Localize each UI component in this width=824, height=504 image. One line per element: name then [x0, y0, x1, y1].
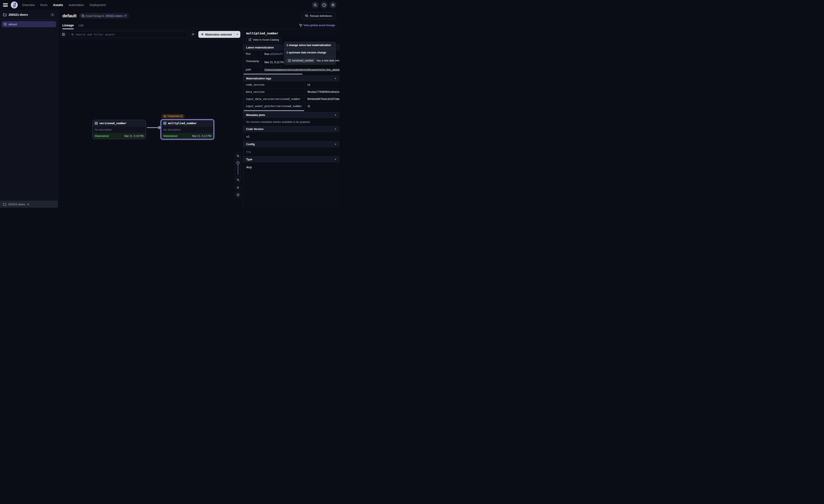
asset-search[interactable]: [69, 31, 188, 38]
section-type[interactable]: Type ▼: [243, 156, 339, 162]
zoom-slider-handle[interactable]: [236, 161, 240, 165]
graph-zoom-controls: ⚙: [235, 152, 241, 198]
horizontal-scrollbar[interactable]: [243, 110, 339, 111]
tab-bar: Lineage List View global asset lineage: [58, 22, 339, 29]
tag-key: code_version: [243, 81, 305, 89]
asset-group-breadcrumb[interactable]: Asset Group in 250321-dvers ⟳: [79, 13, 129, 19]
breadcrumb-group-link[interactable]: 250321-dvers: [106, 14, 123, 17]
tab-lineage[interactable]: Lineage: [62, 22, 74, 29]
asset-node-status: Materialized: [95, 135, 109, 138]
table-icon: [95, 122, 98, 125]
search-icon: [71, 33, 74, 36]
section-code-version[interactable]: Code Version ▼: [243, 126, 339, 132]
changes-popup: 1 change since last materialization 1 up…: [284, 41, 336, 65]
dagster-logo-icon[interactable]: [11, 2, 18, 8]
asset-node-description: No description: [161, 126, 213, 133]
nav-item-runs[interactable]: Runs: [40, 3, 47, 7]
sidebar-item-default[interactable]: default: [2, 21, 56, 27]
zoom-in-icon[interactable]: [235, 153, 240, 159]
sidebar-group-250321-dvers[interactable]: 250321-dvers 1: [0, 10, 58, 20]
page-header: default Asset Group in 250321-dvers ⟳ ↺ …: [58, 10, 339, 22]
view-in-asset-catalog-label: View in Asset Catalog: [253, 38, 279, 41]
svg-text:?: ?: [323, 4, 324, 6]
run-label: Run: [243, 50, 262, 58]
asset-node-status: Materialized: [164, 135, 178, 138]
unsynced-badge-label: Unsynced (1): [167, 115, 183, 118]
asset-chip-versioned-number[interactable]: versioned_number: [287, 58, 315, 63]
folder-icon: [3, 203, 6, 206]
section-title: Metadata plots: [246, 114, 334, 117]
unsynced-badge[interactable]: Unsynced (1): [161, 114, 185, 118]
tag-key: data_version: [243, 89, 305, 96]
materialize-selected-button[interactable]: Materialize selected ▼: [198, 31, 240, 38]
materialize-selected-label: Materialize selected: [205, 33, 232, 36]
section-title: Materialization tags: [246, 77, 334, 80]
asset-node-multiplied-number[interactable]: multiplied_number No description Materia…: [161, 119, 214, 139]
nav-item-deployment[interactable]: Deployment: [90, 3, 106, 7]
lineage-graph-icon: [299, 24, 302, 27]
section-materialization-tags[interactable]: Materialization tags ▼: [243, 76, 339, 81]
tag-value: v1: [305, 81, 339, 89]
materialize-bolt-icon: [201, 33, 204, 36]
tab-list[interactable]: List: [79, 22, 83, 29]
popup-chip-suffix: has a new data version: [316, 59, 339, 62]
sidebar: 250321-dvers 1 default 250321-dvers ⟳: [0, 10, 58, 208]
help-icon[interactable]: ?: [321, 2, 328, 8]
lineage-graph[interactable]: ⟳ Materialize selected ▼: [58, 29, 243, 208]
chevron-down-icon[interactable]: ▼: [334, 158, 336, 160]
download-graph-icon[interactable]: [235, 192, 241, 198]
zoom-slider[interactable]: [235, 159, 240, 176]
menu-icon[interactable]: [3, 3, 8, 7]
refresh-icon[interactable]: ⟳: [27, 203, 30, 206]
section-title: Config: [246, 143, 334, 146]
materialize-dropdown-caret[interactable]: ▼: [234, 31, 240, 38]
asset-node-versioned-number[interactable]: versioned_number No description Material…: [92, 120, 146, 139]
nav-item-overview[interactable]: Overview: [22, 3, 35, 7]
breadcrumb-prefix: Asset Group in: [86, 14, 104, 17]
path-label: path: [243, 66, 262, 73]
type-value: Any: [243, 162, 339, 172]
collapse-panel-icon[interactable]: [61, 31, 67, 37]
asset-detail-panel: multiplied_number View in Asset Catalog …: [243, 29, 339, 208]
section-config[interactable]: Config ▼: [243, 141, 339, 147]
sidebar-group-count: 1: [50, 13, 55, 16]
run-link[interactable]: a5347ef7: [270, 52, 283, 55]
search-icon[interactable]: [312, 2, 319, 8]
table-icon: [288, 59, 291, 62]
asset-node-title: versioned_number: [99, 122, 126, 125]
tag-value: f6ccba1776380941e9cd1ea66481d: [305, 89, 339, 96]
top-nav-actions: ? ⚙: [312, 2, 336, 8]
tag-key: input_data_version/versioned_number: [243, 96, 305, 103]
chevron-down-icon[interactable]: ▼: [334, 78, 336, 80]
nav-items: Overview Runs Assets Automation Deployme…: [22, 3, 106, 7]
asset-node-timestamp: Mar 21, 5:19 PM: [124, 135, 143, 138]
view-in-asset-catalog-button[interactable]: View in Asset Catalog: [246, 37, 282, 43]
asset-node-title: multiplied_number: [168, 122, 197, 125]
refresh-icon[interactable]: ⟳: [124, 14, 127, 17]
view-global-asset-lineage-label: View global asset lineage: [304, 24, 335, 27]
reload-cube-icon: ↺: [305, 14, 308, 17]
nav-item-assets[interactable]: Assets: [53, 3, 63, 7]
sidebar-footer[interactable]: 250321-dvers ⟳: [0, 201, 58, 208]
nav-item-automation[interactable]: Automation: [69, 3, 84, 7]
zoom-out-icon[interactable]: [235, 176, 240, 183]
lineage-edge: [147, 124, 162, 131]
chevron-down-icon[interactable]: ▼: [334, 114, 336, 116]
section-title: Type: [246, 158, 334, 161]
settings-gear-icon[interactable]: ⚙: [329, 2, 336, 8]
view-global-asset-lineage-link[interactable]: View global asset lineage: [299, 24, 335, 27]
refresh-graph-icon[interactable]: ⟳: [190, 31, 196, 37]
graph-settings-gear-icon[interactable]: ⚙: [235, 185, 241, 191]
materialization-tags-table: code_version v1 data_version f6ccba17763…: [243, 81, 339, 110]
horizontal-scrollbar[interactable]: [243, 74, 339, 75]
content: ⟳ Materialize selected ▼: [58, 29, 339, 208]
path-link[interactable]: /Users/smackesey/stm/code/elementl/exper…: [264, 68, 339, 71]
search-input[interactable]: [76, 33, 186, 36]
reload-definitions-button[interactable]: ↺ Reload definitions: [302, 12, 335, 19]
chevron-down-icon[interactable]: ▼: [334, 143, 336, 145]
external-link-icon: [248, 38, 251, 41]
chevron-down-icon[interactable]: ▼: [334, 128, 336, 130]
folder-icon: [3, 13, 6, 16]
section-metadata-plots[interactable]: Metadata plots ▼: [243, 112, 339, 118]
table-row: data_version f6ccba1776380941e9cd1ea6648…: [243, 89, 339, 96]
